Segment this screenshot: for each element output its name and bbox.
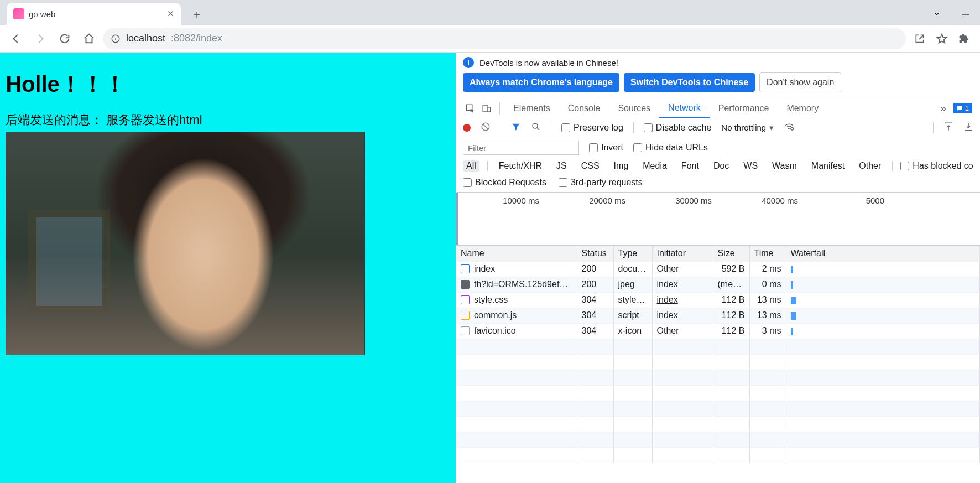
table-row[interactable]: common.js304scriptindex112 B13 ms [456, 308, 980, 323]
blocked-requests-checkbox[interactable]: Blocked Requests [463, 178, 546, 188]
table-row[interactable]: index200docu…Other592 B2 ms [456, 261, 980, 277]
svg-point-7 [791, 128, 794, 131]
close-tab-icon[interactable]: ✕ [167, 9, 174, 19]
forward-button[interactable] [30, 28, 51, 49]
type-filter-xhr[interactable]: Fetch/XHR [496, 160, 545, 172]
col-initiator[interactable]: Initiator [652, 246, 713, 261]
preserve-log-checkbox[interactable]: Preserve log [561, 123, 623, 133]
type-filter-wasm[interactable]: Wasm [769, 160, 800, 172]
extensions-icon[interactable] [953, 28, 974, 49]
type-filter-all[interactable]: All [463, 160, 479, 172]
device-toggle-icon[interactable] [478, 103, 495, 113]
tab-console[interactable]: Console [559, 98, 609, 118]
type-filter-media[interactable]: Media [639, 160, 670, 172]
browser-tab[interactable]: go web ✕ [7, 3, 181, 25]
type-filter-css[interactable]: CSS [578, 160, 603, 172]
table-row[interactable]: th?id=ORMS.125d9efb1…200jpegindex(mem…0 … [456, 277, 980, 292]
bookmark-icon[interactable] [931, 28, 952, 49]
third-party-checkbox[interactable]: 3rd-party requests [559, 178, 643, 188]
reload-button[interactable] [54, 28, 75, 49]
page-message: 后端发送的消息： 服务器发送的html [0, 112, 456, 132]
site-info-icon[interactable] [111, 34, 121, 44]
cell-size: 592 B [713, 261, 749, 277]
cell-type: x-icon [613, 323, 652, 339]
clear-button[interactable] [481, 122, 491, 133]
separator [892, 161, 893, 171]
tab-overflow-icon[interactable] [922, 3, 951, 25]
table-row[interactable]: favicon.ico304x-iconOther112 B3 ms [456, 323, 980, 339]
separator [499, 102, 500, 115]
type-filter-ws[interactable]: WS [740, 160, 761, 172]
cell-name: index [456, 261, 577, 277]
console-issues-badge[interactable]: 1 [953, 103, 972, 113]
cell-waterfall [786, 292, 980, 308]
window-titlebar: go web ✕ ＋ [0, 0, 980, 25]
record-button[interactable] [463, 124, 471, 132]
network-conditions-icon[interactable] [784, 122, 795, 133]
col-waterfall[interactable]: Waterfall [786, 246, 980, 261]
overview-timeline[interactable]: 10000 ms 20000 ms 30000 ms 40000 ms 5000 [456, 193, 980, 246]
disable-cache-checkbox[interactable]: Disable cache [644, 123, 712, 133]
file-type-icon [461, 280, 470, 289]
inspect-element-icon[interactable] [462, 103, 478, 113]
cell-status: 304 [577, 292, 613, 308]
network-toolbar: Preserve log Disable cache No throttling… [456, 118, 980, 137]
type-filter-other[interactable]: Other [856, 160, 884, 172]
throttling-select[interactable]: No throttling ▾ [721, 123, 774, 133]
cell-status: 200 [577, 261, 613, 277]
type-filter-font[interactable]: Font [678, 160, 702, 172]
col-name[interactable]: Name [456, 246, 577, 261]
new-tab-button[interactable]: ＋ [189, 6, 205, 23]
col-type[interactable]: Type [613, 246, 652, 261]
info-icon: i [463, 57, 474, 68]
type-filter-manifest[interactable]: Manifest [808, 160, 848, 172]
switch-language-button[interactable]: Switch DevTools to Chinese [624, 73, 755, 92]
col-status[interactable]: Status [577, 246, 613, 261]
more-tabs-icon[interactable]: » [940, 102, 946, 115]
hide-data-urls-checkbox[interactable]: Hide data URLs [633, 143, 708, 153]
back-button[interactable] [6, 28, 27, 49]
cell-initiator: Other [652, 323, 713, 339]
table-row[interactable]: style.css304styles…index112 B13 ms [456, 292, 980, 308]
tab-elements[interactable]: Elements [504, 98, 559, 118]
dont-show-button[interactable]: Don't show again [759, 72, 841, 92]
search-icon[interactable] [531, 122, 541, 133]
file-type-icon [461, 264, 470, 273]
match-language-button[interactable]: Always match Chrome's language [463, 73, 619, 92]
type-filter-doc[interactable]: Doc [710, 160, 732, 172]
table-row [456, 354, 980, 370]
filter-toggle-icon[interactable] [511, 122, 521, 133]
invert-checkbox[interactable]: Invert [589, 143, 623, 153]
col-size[interactable]: Size [713, 246, 749, 261]
col-time[interactable]: Time [749, 246, 786, 261]
tab-title: go web [29, 9, 163, 19]
home-button[interactable] [79, 28, 100, 49]
file-type-icon [461, 326, 470, 335]
minimize-button[interactable] [951, 3, 980, 25]
tab-performance[interactable]: Performance [710, 98, 778, 118]
table-row [456, 432, 980, 447]
timeline-ticks: 10000 ms 20000 ms 30000 ms 40000 ms 5000 [456, 193, 980, 205]
cell-type: jpeg [613, 277, 652, 292]
separator [551, 122, 551, 133]
has-blocked-checkbox[interactable]: Has blocked co [900, 161, 973, 171]
url-path: :8082/index [171, 33, 222, 44]
tab-network[interactable]: Network [659, 98, 710, 118]
devtools-tabstrip: Elements Console Sources Network Perform… [456, 98, 980, 118]
table-row [456, 339, 980, 354]
separator [933, 122, 934, 133]
import-har-icon[interactable] [943, 122, 953, 133]
timeline-scrubber[interactable] [456, 193, 458, 245]
share-icon[interactable] [909, 28, 930, 49]
type-filter-img[interactable]: Img [611, 160, 632, 172]
tab-memory[interactable]: Memory [778, 98, 827, 118]
address-bar[interactable]: localhost:8082/index [103, 28, 906, 49]
cell-initiator: index [652, 292, 713, 308]
cell-name: common.js [456, 308, 577, 323]
separator [487, 161, 488, 171]
export-har-icon[interactable] [963, 122, 973, 133]
tab-sources[interactable]: Sources [609, 98, 659, 118]
filter-input[interactable] [463, 141, 579, 155]
type-filter-js[interactable]: JS [553, 160, 570, 172]
cell-initiator: index [652, 308, 713, 323]
